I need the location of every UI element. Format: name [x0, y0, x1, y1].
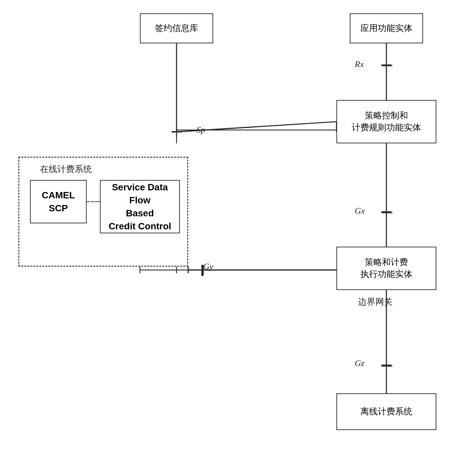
diagram: 签约信息库 应用功能实体 策略控制和计费规则功能实体 在线计费系统 CAMELS…	[0, 0, 464, 476]
subscription-db-box: 签约信息库	[140, 13, 213, 43]
subscription-db-label: 签约信息库	[155, 22, 198, 34]
sdf-credit-box: Service Data FlowBasedCredit Control	[100, 180, 180, 233]
camel-scp-label: CAMELSCP	[42, 189, 75, 215]
policy-charging-label: 策略和计费执行功能实体	[360, 256, 412, 281]
border-gateway-label: 边界网关	[358, 296, 393, 308]
policy-charging-box: 策略和计费执行功能实体	[336, 247, 436, 290]
offline-charging-box: 离线计费系统	[336, 393, 436, 430]
gy-label: Gy	[203, 262, 213, 272]
offline-charging-label: 离线计费系统	[360, 406, 412, 418]
app-entity-box: 应用功能实体	[350, 13, 423, 43]
camel-scp-box: CAMELSCP	[30, 180, 87, 223]
gx-label: Gx	[355, 206, 365, 216]
sp-label: Sp	[197, 125, 205, 135]
policy-control-label: 策略控制和计费规则功能实体	[352, 110, 421, 134]
gz-label: Gz	[355, 358, 364, 368]
rx-label: Rx	[355, 59, 364, 69]
online-charging-label: 在线计费系统	[40, 163, 92, 175]
sdf-credit-label: Service Data FlowBasedCredit Control	[101, 181, 179, 233]
policy-control-box: 策略控制和计费规则功能实体	[336, 100, 436, 143]
app-entity-label: 应用功能实体	[360, 22, 412, 34]
